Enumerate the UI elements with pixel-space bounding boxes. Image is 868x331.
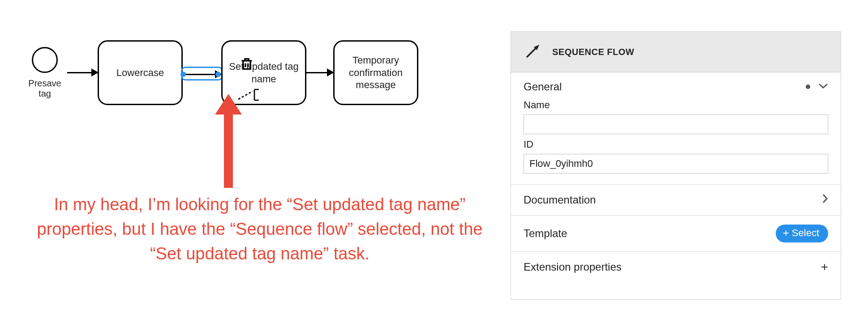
panel-row-documentation[interactable]: Documentation <box>511 185 841 216</box>
panel-header: SEQUENCE FLOW <box>511 32 841 72</box>
sequence-flow-arrow[interactable] <box>67 72 98 73</box>
context-toolbelt <box>239 56 254 72</box>
panel-row-template: Template + Select <box>511 216 841 252</box>
properties-panel: SEQUENCE FLOW General Name ID Documentat… <box>511 31 841 300</box>
section-title: General <box>524 81 562 93</box>
task-label: Temporary confirmation message <box>341 54 411 91</box>
sequence-flow-icon <box>524 42 542 62</box>
bpmn-start-event-label: Presave tag <box>22 78 67 99</box>
button-label: Select <box>792 227 819 239</box>
name-input[interactable] <box>524 115 828 134</box>
add-extension-button[interactable]: + <box>821 261 828 273</box>
task-lowercase[interactable]: Lowercase <box>98 40 183 105</box>
task-label: Lowercase <box>116 67 164 79</box>
sequence-flow-arrow[interactable] <box>306 72 333 73</box>
delete-icon[interactable] <box>239 56 254 72</box>
annotation-arrow-icon <box>202 94 255 194</box>
row-label: Template <box>524 227 567 240</box>
svg-marker-2 <box>215 94 242 115</box>
panel-row-extension-properties: Extension properties + <box>511 252 841 282</box>
chevron-down-icon[interactable] <box>818 83 828 91</box>
field-label-name: Name <box>524 99 828 111</box>
row-label: Extension properties <box>524 261 622 273</box>
plus-icon: + <box>783 228 789 238</box>
dirty-indicator-icon <box>806 85 810 89</box>
chevron-right-icon <box>822 194 828 206</box>
bpmn-start-event[interactable] <box>32 47 58 73</box>
row-label: Documentation <box>524 194 596 206</box>
annotation-caption: In my head, I’m looking for the “Set upd… <box>22 192 497 266</box>
panel-title: SEQUENCE FLOW <box>552 47 634 57</box>
plus-icon: + <box>821 260 828 274</box>
bpmn-canvas[interactable]: Presave tag Lowercase Set updated tag na… <box>0 0 511 331</box>
selected-sequence-flow[interactable] <box>183 70 221 75</box>
panel-section-general: General Name ID <box>511 72 841 185</box>
task-temporary-confirmation[interactable]: Temporary confirmation message <box>333 40 418 105</box>
select-template-button[interactable]: + Select <box>776 225 828 242</box>
id-input[interactable] <box>524 154 828 174</box>
field-label-id: ID <box>524 139 828 150</box>
